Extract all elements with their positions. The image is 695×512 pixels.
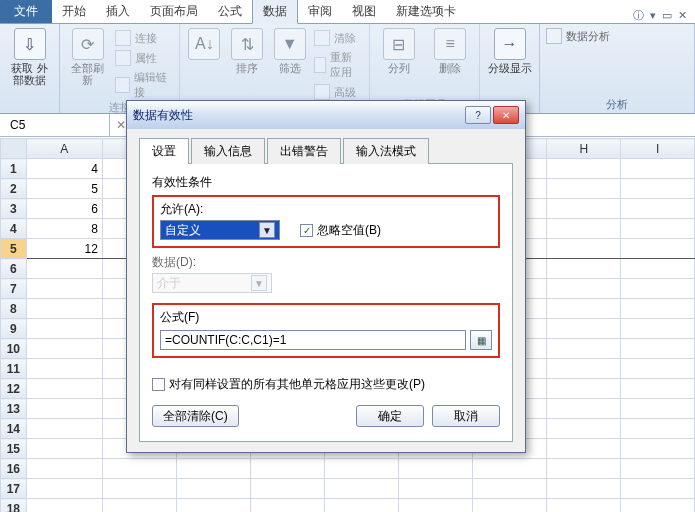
cell[interactable] bbox=[621, 279, 695, 299]
cell[interactable] bbox=[26, 279, 102, 299]
remove-duplicates-button[interactable]: ≡删除 bbox=[428, 28, 474, 74]
cell[interactable] bbox=[547, 179, 621, 199]
cell[interactable] bbox=[621, 399, 695, 419]
advanced-filter-button[interactable]: 高级 bbox=[314, 84, 363, 100]
cell[interactable] bbox=[399, 479, 473, 499]
apply-all-checkbox[interactable]: ✓ bbox=[152, 378, 165, 391]
cell[interactable] bbox=[547, 199, 621, 219]
cell[interactable] bbox=[102, 499, 176, 513]
row-header[interactable]: 16 bbox=[1, 459, 27, 479]
cell[interactable] bbox=[547, 379, 621, 399]
cell[interactable] bbox=[621, 499, 695, 513]
cell[interactable] bbox=[621, 199, 695, 219]
sort-button[interactable]: ⇅排序 bbox=[229, 28, 266, 74]
range-picker-button[interactable]: ▦ bbox=[470, 330, 492, 350]
cell[interactable] bbox=[547, 479, 621, 499]
cell[interactable]: 12 bbox=[26, 239, 102, 259]
cell[interactable] bbox=[325, 459, 399, 479]
row-header[interactable]: 14 bbox=[1, 419, 27, 439]
cell[interactable] bbox=[251, 499, 325, 513]
cell[interactable] bbox=[547, 279, 621, 299]
cell[interactable] bbox=[251, 459, 325, 479]
row-header[interactable]: 1 bbox=[1, 159, 27, 179]
cell[interactable]: 8 bbox=[26, 219, 102, 239]
row-header[interactable]: 8 bbox=[1, 299, 27, 319]
cell[interactable] bbox=[547, 159, 621, 179]
cell[interactable] bbox=[102, 479, 176, 499]
edit-links-button[interactable]: 编辑链接 bbox=[115, 70, 173, 100]
clear-all-button[interactable]: 全部清除(C) bbox=[152, 405, 239, 427]
cell[interactable]: 4 bbox=[26, 159, 102, 179]
window-controls-icon[interactable]: ✕ bbox=[678, 9, 687, 22]
ok-button[interactable]: 确定 bbox=[356, 405, 424, 427]
cell[interactable] bbox=[325, 479, 399, 499]
cell[interactable] bbox=[26, 379, 102, 399]
name-box[interactable] bbox=[0, 114, 110, 136]
cell[interactable] bbox=[399, 499, 473, 513]
dialog-tab-settings[interactable]: 设置 bbox=[139, 138, 189, 164]
row-header[interactable]: 7 bbox=[1, 279, 27, 299]
cell[interactable] bbox=[621, 299, 695, 319]
cell[interactable] bbox=[547, 299, 621, 319]
formula-input[interactable] bbox=[160, 330, 466, 350]
cell[interactable] bbox=[26, 359, 102, 379]
refresh-all-button[interactable]: ⟳全部刷新 bbox=[66, 28, 109, 86]
tab-file[interactable]: 文件 bbox=[0, 0, 52, 23]
tab-data[interactable]: 数据 bbox=[252, 0, 298, 24]
cell[interactable] bbox=[547, 359, 621, 379]
cell[interactable] bbox=[621, 159, 695, 179]
cell[interactable]: 6 bbox=[26, 199, 102, 219]
cell[interactable] bbox=[547, 399, 621, 419]
get-external-data-button[interactable]: ⇩获取 外部数据 bbox=[6, 28, 53, 86]
dialog-tab-error[interactable]: 出错警告 bbox=[267, 138, 341, 164]
row-header[interactable]: 18 bbox=[1, 499, 27, 513]
row-header[interactable]: 11 bbox=[1, 359, 27, 379]
cell[interactable]: 5 bbox=[26, 179, 102, 199]
cell[interactable] bbox=[621, 419, 695, 439]
cell[interactable] bbox=[621, 479, 695, 499]
cell[interactable] bbox=[547, 319, 621, 339]
allow-combobox[interactable]: 自定义 ▼ bbox=[160, 220, 280, 240]
tab-insert[interactable]: 插入 bbox=[96, 0, 140, 23]
minimize-ribbon-icon[interactable]: ▭ bbox=[662, 9, 672, 22]
cell[interactable] bbox=[102, 459, 176, 479]
col-header[interactable]: H bbox=[547, 139, 621, 159]
cell[interactable] bbox=[26, 499, 102, 513]
tab-formulas[interactable]: 公式 bbox=[208, 0, 252, 23]
cell[interactable] bbox=[621, 259, 695, 279]
tab-review[interactable]: 审阅 bbox=[298, 0, 342, 23]
row-header[interactable]: 13 bbox=[1, 399, 27, 419]
text-to-columns-button[interactable]: ⊟分列 bbox=[376, 28, 422, 74]
cell[interactable] bbox=[26, 319, 102, 339]
cell[interactable] bbox=[399, 459, 473, 479]
cell[interactable] bbox=[26, 399, 102, 419]
connections-button[interactable]: 连接 bbox=[115, 30, 173, 46]
row-header[interactable]: 5 bbox=[1, 239, 27, 259]
cell[interactable] bbox=[547, 419, 621, 439]
cell[interactable] bbox=[176, 479, 250, 499]
cell[interactable] bbox=[621, 439, 695, 459]
data-analysis-button[interactable]: 数据分析 bbox=[546, 28, 610, 44]
cell[interactable] bbox=[621, 179, 695, 199]
cell[interactable] bbox=[26, 259, 102, 279]
row-header[interactable]: 17 bbox=[1, 479, 27, 499]
cancel-icon[interactable]: ✕ bbox=[116, 118, 126, 132]
dialog-titlebar[interactable]: 数据有效性 ? ✕ bbox=[127, 101, 525, 129]
cell[interactable] bbox=[26, 299, 102, 319]
row-header[interactable]: 15 bbox=[1, 439, 27, 459]
cell[interactable] bbox=[621, 459, 695, 479]
cell[interactable] bbox=[547, 499, 621, 513]
dialog-tab-ime[interactable]: 输入法模式 bbox=[343, 138, 429, 164]
cell[interactable] bbox=[472, 479, 546, 499]
cell[interactable] bbox=[547, 259, 621, 279]
cell[interactable] bbox=[547, 239, 621, 259]
name-box-input[interactable] bbox=[8, 117, 101, 133]
cell[interactable] bbox=[26, 439, 102, 459]
cell[interactable] bbox=[176, 499, 250, 513]
cell[interactable] bbox=[547, 339, 621, 359]
sort-az-button[interactable]: A↓ bbox=[186, 28, 223, 60]
cell[interactable] bbox=[547, 459, 621, 479]
cell[interactable] bbox=[621, 319, 695, 339]
cell[interactable] bbox=[621, 339, 695, 359]
dialog-help-button[interactable]: ? bbox=[465, 106, 491, 124]
